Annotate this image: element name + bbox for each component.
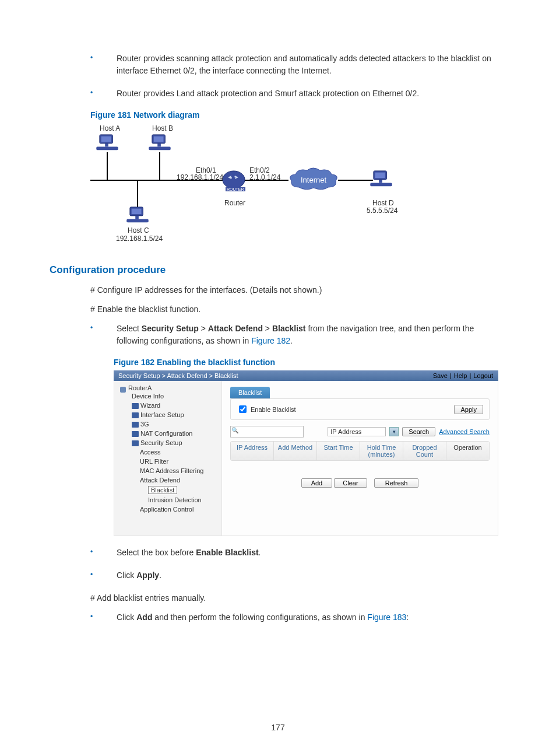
nav-mac-filter[interactable]: MAC Address Filtering [120, 466, 219, 475]
svg-point-12 [223, 171, 245, 188]
nav-nat[interactable]: NAT Configuration [120, 429, 219, 438]
add-button[interactable]: Add [301, 478, 333, 488]
search-field-select[interactable]: IP Address [328, 427, 386, 436]
nav-device-info[interactable]: Device Info [120, 391, 219, 401]
pc-icon [370, 170, 392, 187]
list-item: Router provides scanning attack protecti… [90, 52, 506, 77]
host-c-label: Host C [128, 226, 149, 235]
nav-attack-defend[interactable]: Attack Defend [120, 475, 219, 485]
list-item: Click Add and then perform the following… [90, 611, 506, 624]
nav-interface-setup[interactable]: Interface Setup [120, 410, 219, 419]
folder-icon [132, 403, 139, 409]
blacklist-table: IP Address Add Method Start Time Hold Ti… [230, 441, 490, 461]
svg-rect-6 [149, 147, 171, 150]
router-box-label: ROUTER [226, 187, 245, 191]
svg-rect-3 [105, 144, 108, 147]
nav-wizard[interactable]: Wizard [120, 401, 219, 410]
svg-rect-10 [126, 219, 149, 223]
folder-icon [132, 431, 139, 437]
help-link[interactable]: Help [454, 372, 467, 379]
nav-blacklist[interactable]: Blacklist [120, 485, 219, 495]
list-item: Select the box before Enable Blacklist. [90, 547, 506, 559]
tab-blacklist[interactable]: Blacklist [230, 387, 270, 398]
nav-root[interactable]: RouterA [120, 384, 219, 391]
svg-rect-7 [157, 144, 161, 147]
list-item: Click Apply. [90, 569, 506, 582]
advanced-search-link[interactable]: Advanced Search [439, 428, 490, 435]
list-item: Router provides Land attack protection a… [90, 88, 506, 100]
list-item: Select Security Setup > Attack Defend > … [90, 323, 506, 347]
search-button[interactable]: Search [402, 427, 435, 436]
nav-url-filter[interactable]: URL Filter [120, 457, 219, 466]
eth01-ip: 192.168.1.1/24 [177, 173, 223, 181]
folder-icon [132, 440, 139, 446]
svg-rect-1 [101, 136, 111, 142]
search-icon: 🔍 [231, 427, 238, 433]
chevron-down-icon[interactable]: ▼ [389, 427, 399, 436]
host-d-label: Host D [372, 199, 394, 207]
enable-blacklist-checkbox[interactable]: Enable Blacklist [237, 404, 296, 415]
col-start[interactable]: Start Time [317, 442, 360, 460]
svg-rect-15 [370, 183, 392, 187]
folder-icon [132, 422, 139, 428]
nav-security-setup[interactable]: Security Setup [120, 438, 219, 447]
col-method[interactable]: Add Method [274, 442, 317, 460]
logout-link[interactable]: Logout [473, 372, 493, 379]
col-dropped[interactable]: Dropped Count [403, 442, 446, 460]
pc-icon [96, 134, 118, 151]
ui-screenshot: Security Setup > Attack Defend > Blackli… [114, 370, 498, 536]
figure-caption-182: Figure 182 Enabling the blacklist functi… [114, 358, 506, 367]
host-a-label: Host A [100, 124, 120, 132]
paragraph: # Enable the blacklist function. [90, 303, 506, 316]
svg-rect-11 [135, 216, 139, 219]
checkbox-icon[interactable] [239, 405, 247, 413]
svg-rect-16 [379, 180, 382, 183]
host-b-label: Host B [152, 124, 173, 132]
pc-icon [126, 206, 149, 223]
host-c-ip: 192.168.1.5/24 [116, 235, 163, 243]
svg-rect-2 [96, 147, 118, 150]
save-link[interactable]: Save [433, 372, 448, 379]
internet-cloud: Internet [287, 167, 340, 193]
network-diagram: Host A Host B Host C 192.168.1.5/24 [90, 124, 417, 247]
folder-icon [132, 412, 139, 418]
pc-icon [149, 134, 171, 151]
svg-rect-9 [132, 209, 142, 214]
nav-access[interactable]: Access [120, 447, 219, 457]
col-operation: Operation [446, 442, 489, 460]
figure-link-183[interactable]: Figure 183 [367, 612, 406, 622]
figure-caption-181: Figure 181 Network diagram [90, 110, 506, 120]
apply-button[interactable]: Apply [454, 405, 483, 414]
svg-rect-5 [154, 136, 164, 142]
svg-rect-14 [375, 173, 385, 178]
refresh-button[interactable]: Refresh [374, 478, 419, 488]
nav-app-control[interactable]: Application Control [120, 505, 219, 514]
page-number: 177 [50, 723, 506, 732]
paragraph: # Add blacklist entries manually. [90, 592, 506, 604]
search-input[interactable] [230, 426, 304, 438]
heading-config-procedure: Configuration procedure [50, 264, 506, 276]
router-label: Router [224, 199, 245, 207]
host-d-ip: 5.5.5.5/24 [367, 206, 397, 215]
figure-link-182[interactable]: Figure 182 [251, 336, 290, 345]
breadcrumb: Security Setup > Attack Defend > Blackli… [118, 372, 238, 379]
nav-3g[interactable]: 3G [120, 419, 219, 429]
navigation-tree: RouterA Device Info Wizard Interface Set… [114, 381, 222, 536]
paragraph: # Configure IP addresses for the interfa… [90, 284, 506, 296]
nav-intrusion[interactable]: Intrusion Detection [120, 495, 219, 505]
clear-button[interactable]: Clear [334, 478, 367, 488]
col-ip[interactable]: IP Address [231, 442, 274, 460]
col-hold[interactable]: Hold Time (minutes) [360, 442, 403, 460]
